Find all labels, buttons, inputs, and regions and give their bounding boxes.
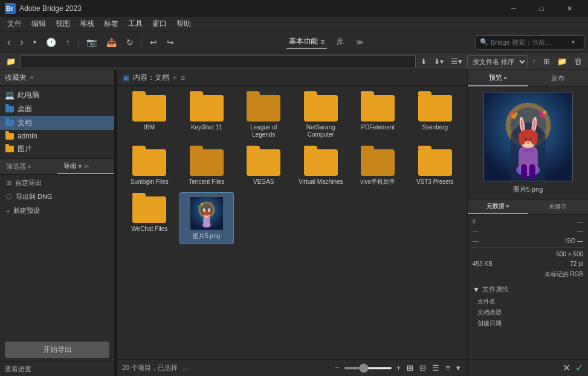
back-button[interactable]: ‹ (4, 34, 14, 50)
zoom-minus-button[interactable]: − (333, 362, 341, 374)
view-list-button[interactable]: ☰ (430, 362, 441, 374)
close-button[interactable]: ✕ (555, 0, 583, 17)
menu-labels[interactable]: 标签 (99, 18, 123, 30)
right-panel: 预览 ≡ 发布 (467, 70, 588, 376)
grid-item-vst3[interactable]: VST3 Presets (408, 145, 463, 190)
search-icon: 🔍 (480, 38, 488, 46)
view-progress-link[interactable]: 查看进度 (0, 361, 114, 376)
menu-help[interactable]: 帮助 (172, 18, 196, 30)
maximize-button[interactable]: □ (528, 0, 555, 17)
folder-new-button[interactable]: 📁 (555, 56, 569, 67)
publish-tab[interactable]: 发布 (528, 70, 589, 86)
zoom-slider[interactable] (344, 367, 392, 369)
exp-val: — (528, 227, 584, 236)
content-menu-button[interactable]: ≡ (181, 74, 185, 82)
grid-item-ibm[interactable]: IBM (122, 91, 177, 143)
filter-icon[interactable]: ⬇ (418, 56, 429, 67)
tencent-label: Tencent Files (189, 178, 224, 186)
camera-button[interactable]: 📷 (83, 34, 100, 50)
grid-item-wechat[interactable]: WeChat Files (122, 192, 177, 244)
svg-point-36 (529, 138, 531, 140)
view-grid-button[interactable]: ⊞ (405, 362, 415, 374)
export-list: ⊞ 自定导出 ⬡ 导出到 DNG + 新建预设 (0, 175, 114, 338)
grid-item-steinberg[interactable]: Steinberg (408, 91, 463, 143)
sort-direction-button[interactable]: ↑ (530, 56, 539, 67)
sidebar-item-pictures[interactable]: 图片 (0, 142, 114, 156)
view-more-button[interactable]: ▾ (454, 362, 462, 374)
export-button[interactable]: 📤 (103, 34, 120, 50)
minimize-button[interactable]: ─ (500, 0, 528, 17)
rating-key (471, 269, 528, 280)
grid-item-vivo[interactable]: vivo手机助手 (351, 145, 405, 190)
export-item-new-preset[interactable]: + 新建预设 (0, 204, 114, 218)
svg-point-19 (514, 112, 517, 115)
accept-button[interactable]: ✓ (575, 362, 583, 374)
export-tab[interactable]: 导出 ≡ ≫ (57, 159, 115, 174)
undo-button[interactable]: ↩ (146, 34, 161, 50)
menu-tools[interactable]: 工具 (123, 18, 147, 30)
recent-button[interactable]: 🕐 (42, 34, 60, 50)
grid-item-vegas[interactable]: VEGAS (236, 145, 291, 190)
workspace-more[interactable]: ≫ (354, 37, 366, 48)
view-options-button[interactable]: ⊞ (541, 56, 552, 67)
menu-stacks[interactable]: 堆栈 (75, 18, 99, 30)
expand-icon[interactable]: ≫ (83, 163, 89, 169)
grid-item-tencent[interactable]: Tencent Files (179, 145, 234, 190)
nav-dropdown-button[interactable]: ▾ (30, 34, 40, 50)
preview-tab[interactable]: 预览 ≡ (468, 70, 528, 86)
path-folder-icon[interactable]: 📁 (4, 56, 18, 67)
export-item-custom[interactable]: ⊞ 自定导出 (0, 176, 114, 190)
favorites-menu-icon[interactable]: ≡ (30, 74, 34, 81)
grid-item-pdfelement[interactable]: PDFelement (351, 91, 405, 143)
ibm-label: IBM (144, 124, 155, 131)
menu-window[interactable]: 窗口 (147, 18, 172, 30)
desktop-folder-icon (5, 105, 15, 114)
content-folder-icon: ▣ (122, 73, 129, 82)
menu-file[interactable]: 文件 (2, 18, 27, 30)
refresh-button[interactable]: ↻ (123, 34, 137, 50)
grid-item-img5[interactable]: 图片5.png (179, 192, 234, 244)
view-thumbs-button[interactable]: ⊟ (418, 362, 428, 374)
keyshot-label: KeyShot 11 (191, 124, 222, 131)
up-button[interactable]: ↑ (62, 34, 74, 50)
sidebar-item-docs[interactable]: 文档 (0, 116, 114, 130)
path-input[interactable] (21, 55, 416, 68)
search-dropdown-icon[interactable]: ▾ (572, 39, 575, 45)
sidebar-item-pc[interactable]: 💻 此电脑 (0, 88, 114, 102)
filter-options[interactable]: ☰▾ (448, 56, 465, 67)
filter-tab[interactable]: 筛选器 ≡ (0, 159, 57, 174)
bottom-controls: − + ⊞ ⊟ ☰ ≡ ▾ (333, 362, 462, 374)
menu-edit[interactable]: 编辑 (27, 18, 51, 30)
metadata-tab[interactable]: 元数据 ≡ (468, 199, 528, 214)
grid-item-netsarang[interactable]: NetSarang Computer (294, 91, 349, 143)
redo-button[interactable]: ↪ (163, 34, 178, 50)
file-props-title: 文件属性 (482, 285, 583, 294)
grid-item-virtual[interactable]: Virtual Machines (294, 145, 349, 190)
docs-folder-icon (5, 119, 15, 128)
grid-item-keyshot[interactable]: KeyShot 11 (179, 91, 234, 143)
keyshot-folder-icon (190, 95, 224, 122)
grid-item-league[interactable]: League of Legends (236, 91, 291, 143)
sidebar-item-admin[interactable]: admin (0, 130, 114, 142)
delete-button[interactable]: 🗑 (572, 56, 584, 67)
view-detail-button[interactable]: ≡ (444, 362, 452, 374)
zoom-plus-button[interactable]: + (395, 362, 403, 374)
reject-button[interactable]: ✕ (563, 362, 570, 374)
workspace-library[interactable]: 库 (334, 36, 346, 48)
keywords-tab[interactable]: 关键字 (528, 199, 589, 214)
forward-button[interactable]: › (16, 34, 27, 50)
img5-thumbnail (190, 196, 224, 230)
file-props-header[interactable]: ▼ 文件属性 (473, 285, 583, 294)
export-item-dng[interactable]: ⬡ 导出到 DNG (0, 190, 114, 204)
menu-view[interactable]: 视图 (51, 18, 75, 30)
sort-select[interactable]: 按文件名 排序 按大小排序 按日期排序 按评级排序 (467, 55, 528, 68)
sidebar-item-desktop[interactable]: 桌面 (0, 102, 114, 116)
app-title: Adobe Bridge 2023 (19, 4, 500, 13)
workspace-basic[interactable]: 基本功能 ≡ (286, 35, 327, 49)
filter-dropdown[interactable]: ⬇▾ (431, 56, 446, 67)
admin-folder-icon (5, 132, 15, 140)
content-add-button[interactable]: + (173, 74, 177, 82)
search-input[interactable] (491, 39, 569, 46)
grid-item-sunlogin[interactable]: Sunlogin Files (122, 145, 177, 190)
start-export-button[interactable]: 开始导出 (5, 342, 109, 358)
